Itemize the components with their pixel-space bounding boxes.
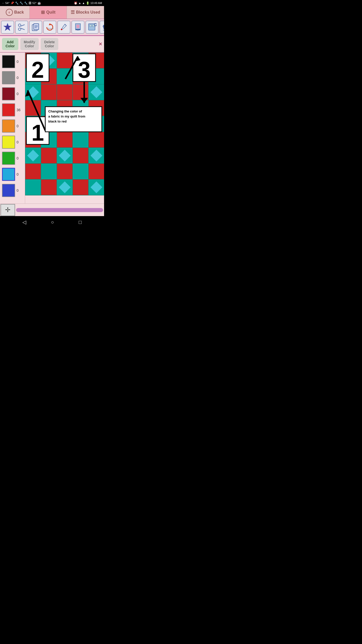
svg-text:black to red: black to red (48, 119, 67, 123)
quilt-grid-svg: 2 3 1 Changing the color of a fabric in … (25, 53, 104, 204)
svg-text:3: 3 (78, 57, 90, 83)
svg-rect-64 (41, 148, 57, 164)
nav-tabs: ‹ Back ⊞ Quilt ☰ Blocks Used (0, 6, 104, 19)
color-item-orange[interactable]: 0 (2, 119, 23, 133)
color-count-black: 0 (17, 60, 19, 64)
android-icon: 🤖 (37, 2, 41, 5)
back-tab[interactable]: ‹ Back (0, 6, 30, 19)
svg-rect-79 (73, 179, 88, 195)
temperature2: 52° (32, 2, 37, 5)
color-swatch-light-blue[interactable] (2, 168, 15, 181)
svg-rect-16 (89, 25, 92, 27)
color-swatch-black[interactable] (2, 55, 15, 68)
battery-icon: 🔋 (86, 2, 89, 5)
blocks-used-label: Blocks Used (76, 10, 100, 15)
status-left: ··· 54° 📌 🔧 🔧 🔧 🖼 52° 🤖 (2, 2, 41, 5)
svg-rect-67 (73, 148, 88, 164)
svg-rect-75 (25, 179, 41, 195)
color-swatch-green[interactable] (2, 152, 15, 165)
image-icon: 🖼 (29, 2, 31, 5)
android-back-button[interactable]: ◁ (22, 219, 26, 225)
tool-icon2: 🔧 (20, 2, 23, 5)
status-right: ⏰ ▲ ▲ 🔋 10:49 AM (74, 2, 102, 5)
svg-rect-14 (75, 29, 80, 30)
color-item-black[interactable]: 0 (2, 55, 23, 69)
color-swatch-yellow[interactable] (2, 136, 15, 149)
move-icon: ✛ (3, 206, 12, 215)
android-nav-bar: ◁ ○ □ (0, 216, 104, 228)
svg-text:2: 2 (31, 57, 44, 83)
quilt-canvas-area[interactable]: 2 3 1 Changing the color of a fabric in … (25, 53, 104, 204)
color-count-dark-red: 0 (17, 92, 19, 96)
svg-point-1 (18, 24, 21, 26)
svg-rect-72 (57, 164, 73, 179)
color-swatch-orange[interactable] (2, 119, 15, 133)
svg-rect-61 (88, 132, 104, 148)
color-item-blue[interactable]: 0 (2, 183, 23, 197)
bottom-bar: ✛ (0, 204, 104, 216)
close-button[interactable]: × (99, 41, 102, 47)
color-palette-sidebar: 0 0 0 36 0 0 0 0 (0, 53, 25, 204)
scissors-tool-button[interactable] (15, 21, 28, 34)
color-swatch-dark-red[interactable] (2, 87, 15, 100)
color-swatch-gray[interactable] (2, 71, 15, 84)
rotate-tool-button[interactable]: Rotate (43, 21, 56, 34)
color-item-gray[interactable]: 0 (2, 71, 23, 85)
color-swatch-red[interactable] (2, 103, 15, 116)
dropper-tool-button[interactable] (57, 21, 70, 34)
paint-tool-button[interactable] (71, 21, 84, 34)
svg-line-3 (21, 25, 25, 26)
color-item-green[interactable]: 0 (2, 151, 23, 165)
color-item-light-blue[interactable]: 0 (2, 167, 23, 181)
star-tool-button[interactable] (1, 21, 14, 34)
blocks-used-tab[interactable]: ☰ Blocks Used (67, 6, 104, 19)
svg-text:UNDO: UNDO (103, 29, 104, 31)
undo-tool-button[interactable]: UNDO (100, 21, 104, 34)
color-count-orange: 0 (17, 124, 19, 128)
add-color-label: Add Color (6, 40, 15, 48)
color-swatch-blue[interactable] (2, 184, 15, 197)
modify-color-button[interactable]: Modify Color (20, 38, 39, 50)
wifi-icon: ▲ (78, 2, 81, 5)
svg-text:✛: ✛ (5, 206, 11, 214)
pinterest-icon: 📌 (11, 2, 14, 5)
toolbar: Rotate UNDO (0, 19, 104, 36)
color-actions-bar: Add Color Modify Color Delete Color × (0, 36, 104, 53)
svg-text:a fabric in my quilt from: a fabric in my quilt from (48, 114, 85, 118)
svg-marker-21 (103, 25, 104, 27)
android-home-button[interactable]: ○ (51, 219, 54, 225)
list-icon: ☰ (71, 10, 75, 15)
color-item-yellow[interactable]: 0 (2, 135, 23, 149)
svg-rect-73 (73, 164, 88, 179)
svg-line-4 (21, 28, 25, 30)
copy-tool-button[interactable] (29, 21, 42, 34)
color-item-dark-red[interactable]: 0 (2, 87, 23, 101)
temperature: 54° (5, 2, 10, 5)
color-count-gray: 0 (17, 76, 19, 80)
svg-marker-0 (4, 23, 12, 31)
quilt-label: Quilt (46, 10, 55, 15)
move-button[interactable]: ✛ (1, 204, 15, 216)
grid-icon: ⊞ (41, 10, 45, 15)
svg-rect-29 (57, 53, 73, 68)
svg-rect-59 (57, 132, 73, 148)
time: 10:49 AM (90, 2, 102, 5)
svg-point-13 (61, 29, 62, 30)
add-block-tool-button[interactable] (85, 21, 99, 34)
svg-rect-40 (41, 84, 57, 100)
quilt-tab[interactable]: ⊞ Quilt (30, 6, 67, 19)
color-count-green: 0 (17, 156, 19, 160)
android-recent-button[interactable]: □ (79, 219, 82, 225)
alarm-icon: ⏰ (74, 2, 77, 5)
status-bar: ··· 54° 📌 🔧 🔧 🔧 🖼 52° 🤖 ⏰ ▲ ▲ 🔋 10:49 AM (0, 0, 104, 6)
modify-color-label: Modify Color (24, 40, 35, 48)
svg-rect-76 (41, 179, 57, 195)
tool-icon1: 🔧 (15, 2, 19, 5)
delete-color-label: Delete Color (44, 40, 55, 48)
add-color-button[interactable]: Add Color (2, 38, 18, 50)
color-count-blue: 0 (17, 188, 19, 192)
delete-color-button[interactable]: Delete Color (41, 38, 58, 50)
horizontal-scroll[interactable] (16, 208, 103, 212)
color-item-red[interactable]: 36 (2, 103, 23, 117)
back-label: Back (14, 10, 24, 15)
